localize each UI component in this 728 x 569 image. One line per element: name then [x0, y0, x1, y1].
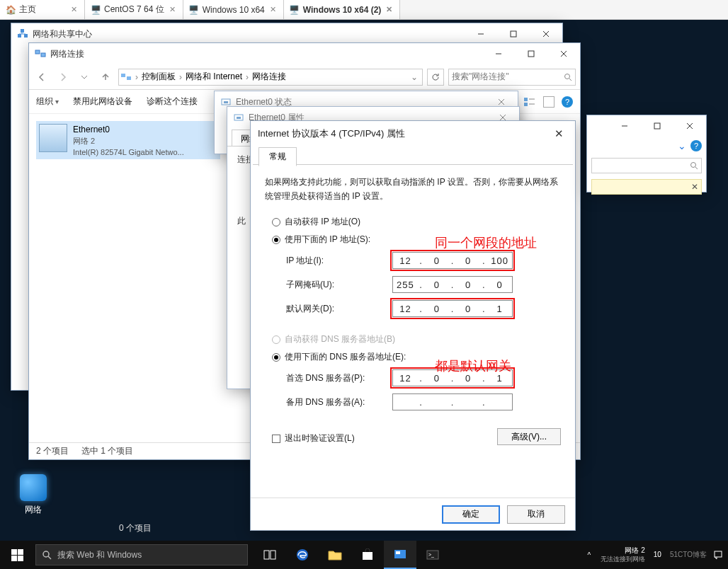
breadcrumb-item[interactable]: 控制面板 [142, 71, 176, 83]
task-view-button[interactable] [254, 541, 286, 569]
close-icon[interactable]: ✕ [385, 5, 394, 14]
up-button[interactable] [97, 69, 114, 86]
annotation-default-gateway: 都是默认网关 [435, 357, 511, 374]
close-icon[interactable]: ✕ [268, 5, 278, 14]
radio-label: 自动获得 IP 地址(O) [285, 216, 360, 228]
start-button[interactable] [0, 541, 34, 569]
checkbox-validate[interactable]: 退出时验证设置(L) [265, 428, 355, 449]
vm-tab-home[interactable]: 🏠 主页 ✕ [0, 0, 85, 19]
taskbar-search-input[interactable]: 搜索 Web 和 Windows [35, 544, 248, 565]
tray-chevron-up-icon[interactable]: ^ [582, 541, 596, 569]
svg-rect-18 [224, 101, 228, 103]
monitor-icon: 🖥️ [91, 5, 101, 15]
help-icon[interactable]: ? [690, 140, 702, 151]
status-count: 2 个项目 [36, 445, 69, 457]
svg-rect-2 [21, 29, 24, 33]
watermark-text: 51CTO博客 [666, 551, 711, 559]
vm-tab-win10-2[interactable]: 🖥️ Windows 10 x64 (2) ✕ [284, 0, 401, 19]
minimize-button[interactable] [608, 115, 641, 137]
help-icon[interactable]: ? [562, 96, 573, 108]
radio-auto-ip[interactable]: 自动获得 IP 地址(O) [265, 213, 561, 231]
breadcrumb-item[interactable]: 网络连接 [252, 71, 286, 83]
adapter-device: Intel(R) 82574L Gigabit Netwo... [73, 146, 184, 158]
window-title: 网络和共享中心 [33, 28, 92, 40]
close-button[interactable]: ✕ [550, 125, 568, 143]
svg-rect-27 [264, 551, 269, 559]
cancel-button[interactable]: 取消 [507, 505, 565, 524]
minimize-button[interactable] [465, 23, 497, 45]
close-button[interactable] [547, 43, 580, 64]
breadcrumb-item[interactable]: 网络和 Internet [186, 71, 242, 83]
maximize-button[interactable] [515, 43, 547, 64]
view-options-icon[interactable] [523, 97, 536, 107]
window-title: Internet 协议版本 4 (TCP/IPv4) 属性 [258, 127, 405, 140]
desktop-icon-label: 网络 [16, 504, 51, 516]
field-subnet-mask: 子网掩码(U): 255. 0. 0. 0 [265, 272, 561, 297]
radio-auto-dns: 自动获得 DNS 服务器地址(B) [265, 331, 561, 348]
minimize-button[interactable] [482, 43, 515, 64]
recent-button[interactable] [76, 69, 93, 86]
titlebar[interactable]: 网络连接 [29, 43, 580, 64]
subnet-mask-input[interactable]: 255. 0. 0. 0 [392, 276, 513, 293]
close-icon[interactable]: ✕ [69, 5, 79, 14]
field-label: 备用 DNS 服务器(A): [286, 396, 392, 408]
adapter-icon [39, 124, 67, 152]
svg-line-26 [48, 556, 51, 559]
chevron-down-icon[interactable]: ⌄ [408, 72, 421, 82]
window-ipv4-properties: Internet 协议版本 4 (TCP/IPv4) 属性 ✕ 常规 如果网络支… [250, 120, 576, 531]
maximize-button[interactable] [641, 115, 673, 137]
tray-clock[interactable]: 10 [649, 551, 666, 559]
titlebar[interactable]: Internet 协议版本 4 (TCP/IPv4) 属性 ✕ [251, 121, 575, 146]
notifications-icon[interactable] [711, 541, 725, 569]
taskbar-app-cmd[interactable]: >_ [416, 541, 449, 569]
titlebar[interactable]: 网络和共享中心 [11, 23, 562, 45]
refresh-button[interactable] [427, 69, 444, 86]
taskbar-app-explorer[interactable] [319, 541, 351, 569]
taskbar-app-settings[interactable] [384, 541, 416, 569]
advanced-button[interactable]: 高级(V)... [497, 428, 561, 445]
close-icon[interactable]: ✕ [168, 5, 177, 14]
tray-network[interactable]: 网络 2 无法连接到网络 [596, 546, 649, 563]
svg-point-25 [43, 551, 49, 557]
search-placeholder: 搜索"网络连接" [452, 71, 509, 83]
search-icon [690, 161, 698, 170]
search-input[interactable] [591, 158, 702, 173]
vm-tab-centos[interactable]: 🖥️ CentOS 7 64 位 ✕ [85, 0, 183, 19]
forward-button[interactable] [55, 69, 72, 86]
ip-address-input[interactable]: 12. 0. 0. 100 [392, 252, 513, 269]
address-bar[interactable]: › 控制面板 › 网络和 Internet › 网络连接 ⌄ [118, 69, 423, 86]
gateway-input[interactable]: 12. 0. 0. 1 [392, 300, 513, 317]
svg-rect-10 [127, 76, 131, 80]
taskbar-app-store[interactable] [351, 541, 384, 569]
diagnose-button[interactable]: 诊断这个连接 [147, 96, 198, 108]
preview-pane-icon[interactable] [543, 96, 554, 108]
organize-button[interactable]: 组织 [36, 96, 59, 108]
window-background-explorer: ⌄ ? ✕ [586, 115, 707, 192]
desktop-icon-network[interactable]: 网络 [16, 474, 51, 516]
description-text: 如果网络支持此功能，则可以获取自动指派的 IP 设置。否则，你需要从网络系统管理… [265, 175, 561, 203]
status-selected: 选中 1 个项目 [81, 445, 133, 457]
close-button[interactable] [530, 23, 562, 45]
alternate-dns-input[interactable]: . . . [392, 393, 513, 410]
ok-button[interactable]: 确定 [442, 505, 500, 524]
tab-general[interactable]: 常规 [258, 147, 297, 166]
chevron-down-icon[interactable]: ⌄ [678, 140, 686, 151]
back-button[interactable] [33, 69, 50, 86]
svg-rect-22 [654, 123, 660, 129]
close-button[interactable] [673, 115, 706, 137]
disable-device-button[interactable]: 禁用此网络设备 [73, 96, 132, 108]
adapter-ethernet0[interactable]: Ethernet0 网络 2 Intel(R) 82574L Gigabit N… [36, 121, 220, 159]
taskbar: 搜索 Web 和 Windows >_ ^ 网络 2 无法连接到网络 10 51… [0, 541, 728, 569]
svg-rect-8 [528, 51, 534, 57]
svg-rect-28 [271, 551, 275, 559]
taskbar-app-edge[interactable] [286, 541, 319, 569]
annotation-same-subnet: 同一个网段的地址 [435, 234, 537, 251]
search-input[interactable]: 搜索"网络连接" [448, 69, 576, 86]
vm-tab-win10-1[interactable]: 🖥️ Windows 10 x64 ✕ [183, 0, 284, 19]
info-bar[interactable]: ✕ [591, 179, 702, 195]
maximize-button[interactable] [497, 23, 530, 45]
radio-label: 自动获得 DNS 服务器地址(B) [285, 333, 395, 345]
chevron-right-icon: › [244, 72, 250, 82]
svg-rect-4 [511, 31, 516, 37]
radio-use-dns[interactable]: 使用下面的 DNS 服务器地址(E): [265, 348, 561, 366]
